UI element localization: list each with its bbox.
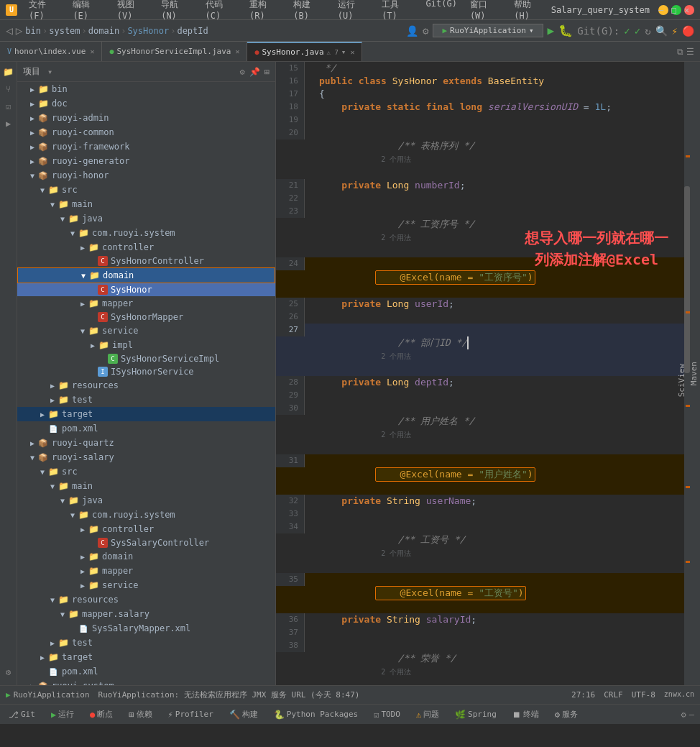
- tree-item-syssalarymapper-xml[interactable]: 📄 SysSalaryMapper.xml: [17, 621, 275, 636]
- tree-item-bin[interactable]: ▶ 📁 bin: [17, 82, 275, 96]
- settings-bottom-icon[interactable]: ⚙: [681, 710, 686, 720]
- tree-item-syshonormapper[interactable]: C SysHonorMapper: [17, 311, 275, 324]
- tool-python[interactable]: 🐍 Python Packages: [271, 708, 361, 721]
- menu-refactor[interactable]: 重构(R): [244, 0, 286, 22]
- tree-item-pom-honor[interactable]: 📄 pom.xml: [17, 421, 275, 436]
- tree-item-com-ruoyi-salary[interactable]: ▼ 📁 com.ruoyi.system: [17, 508, 275, 522]
- menu-build[interactable]: 构建(B): [287, 0, 330, 22]
- tree-item-src-salary[interactable]: ▼ 📁 src: [17, 464, 275, 479]
- tool-spring[interactable]: 🌿 Spring: [452, 708, 499, 721]
- tab-service-close[interactable]: ✕: [235, 47, 239, 55]
- tree-item-syssalarycontroller[interactable]: C SysSalaryController: [17, 536, 275, 549]
- tree-item-ruoyi-salary[interactable]: ▼ 📦 ruoyi-salary: [17, 450, 275, 464]
- code-content[interactable]: 15 */ 16 public class SysHonor extends B…: [276, 62, 690, 685]
- tool-todo[interactable]: ☑ TODO: [371, 708, 403, 721]
- tree-item-controller-honor[interactable]: ▶ 📁 controller: [17, 240, 275, 255]
- tree-item-ruoyi-admin[interactable]: ▶ 📦 ruoyi-admin: [17, 111, 275, 125]
- sidebar-dropdown-icon[interactable]: ▾: [47, 67, 52, 77]
- tab-menu-icon[interactable]: ☰: [686, 47, 694, 57]
- tree-item-ruoyi-quartz[interactable]: ▶ 📦 ruoyi-quartz: [17, 436, 275, 450]
- tree-item-ruoyi-generator[interactable]: ▶ 📦 ruoyi-generator: [17, 154, 275, 168]
- tree-item-target-salary[interactable]: ▶ 📁 target: [17, 650, 275, 664]
- tree-item-pom-salary[interactable]: 📄 pom.xml: [17, 664, 275, 679]
- tree-item-service-salary[interactable]: ▶ 📁 service: [17, 578, 275, 592]
- forward-button[interactable]: ▷: [16, 24, 23, 37]
- tree-item-src-honor[interactable]: ▼ 📁 src: [17, 183, 275, 197]
- menu-file[interactable]: 文件(F): [23, 0, 65, 22]
- tree-item-syshonorcontroller[interactable]: C SysHonorController: [17, 255, 275, 267]
- tool-terminal[interactable]: ⏹ 终端: [510, 707, 542, 721]
- run-icon-btn[interactable]: ▶: [1, 116, 16, 131]
- tab-options-icon[interactable]: ▾: [341, 47, 346, 57]
- tree-item-impl-honor[interactable]: ▶ 📁 impl: [17, 338, 275, 352]
- tool-git[interactable]: ⎇ Git: [6, 708, 38, 721]
- tree-item-controller-salary[interactable]: ▶ 📁 controller: [17, 522, 275, 536]
- tree-item-domain-salary[interactable]: ▶ 📁 domain: [17, 549, 275, 564]
- settings-icon[interactable]: ⚙: [423, 25, 428, 37]
- tree-item-resources-honor[interactable]: ▶ 📁 resources: [17, 378, 275, 393]
- tool-problems[interactable]: ⚠ 问题: [413, 707, 442, 721]
- tree-item-syshonor[interactable]: C SysHonor: [17, 283, 275, 296]
- tree-item-mapper-honor[interactable]: ▶ 📁 mapper: [17, 296, 275, 311]
- menu-help[interactable]: 帮助(H): [508, 0, 551, 22]
- tree-item-ruoyi-honor[interactable]: ▼ 📦 ruoyi-honor: [17, 168, 275, 183]
- tool-breakpoint[interactable]: ● 断点: [87, 707, 116, 721]
- user-icon[interactable]: 👤: [406, 25, 418, 37]
- debug-button[interactable]: 🐛: [558, 24, 573, 37]
- sidebar-gear-icon[interactable]: ⚙: [240, 67, 245, 77]
- tab-honor-index[interactable]: V honor\index.vue ✕: [0, 42, 102, 61]
- tree-item-doc[interactable]: ▶ 📁 doc: [17, 96, 275, 111]
- expand-bottom-icon[interactable]: —: [689, 710, 694, 720]
- back-button[interactable]: ◁: [6, 24, 13, 37]
- sidebar-expand-icon[interactable]: ⊞: [264, 67, 270, 77]
- tool-profiler[interactable]: ⚡ Profiler: [165, 708, 216, 721]
- tree-item-isyshonorservice[interactable]: I ISysHonorService: [17, 365, 275, 378]
- tree-item-main-salary[interactable]: ▼ 📁 main: [17, 479, 275, 493]
- commit-icon-btn[interactable]: ⑂: [1, 82, 16, 96]
- tab-syshonor-service-impl[interactable]: ● SysHonorServiceImpl.java ✕: [102, 42, 247, 61]
- breadcrumb-ruoyi[interactable]: bin: [25, 26, 41, 36]
- tree-item-syshonorserviceimpl[interactable]: C SysHonorServiceImpl: [17, 352, 275, 365]
- menu-edit[interactable]: 编辑(E): [67, 0, 109, 22]
- code-editor[interactable]: 15 */ 16 public class SysHonor extends B…: [276, 62, 690, 685]
- tree-item-resources-salary[interactable]: ▼ 📁 resources: [17, 592, 275, 607]
- tree-item-ruoyi-framework[interactable]: ▶ 📦 ruoyi-framework: [17, 139, 275, 154]
- menu-git[interactable]: Git(G): [420, 0, 463, 22]
- minimize-button[interactable]: —: [658, 5, 668, 15]
- tool-run[interactable]: ▶ 运行: [48, 707, 77, 721]
- tree-item-target-honor[interactable]: ▶ 📁 target: [17, 407, 275, 421]
- menu-code[interactable]: 代码(C): [200, 0, 242, 22]
- editor-scrollbar-thumb[interactable]: [684, 186, 690, 373]
- run-button[interactable]: ▶: [548, 24, 555, 37]
- menu-bar[interactable]: 文件(F) 编辑(E) 视图(V) 导航(N) 代码(C) 重构(R) 构建(B…: [23, 0, 551, 22]
- search-button[interactable]: 🔍: [655, 25, 668, 37]
- tree-item-ruoyi-system[interactable]: ▶ 📦 ruoyi-system: [17, 679, 275, 685]
- folder-icon-btn[interactable]: 📁: [1, 65, 16, 79]
- tree-item-test-honor[interactable]: ▶ 📁 test: [17, 393, 275, 407]
- notification-icon[interactable]: ⚡: [672, 25, 678, 37]
- tree-item-service-honor[interactable]: ▼ 📁 service: [17, 324, 275, 338]
- tree-item-ruoyi-common[interactable]: ▶ 📦 ruoyi-common: [17, 125, 275, 139]
- breadcrumb-domain[interactable]: domain: [88, 26, 119, 36]
- sciview-label[interactable]: SciView: [676, 358, 688, 403]
- menu-tools[interactable]: 工具(T): [376, 0, 418, 22]
- sidebar-pin-icon[interactable]: 📌: [249, 67, 260, 77]
- tab-active-close[interactable]: ✕: [350, 48, 354, 56]
- breadcrumb-syshonor[interactable]: SysHonor: [127, 26, 169, 36]
- close-button[interactable]: ✕: [684, 5, 694, 15]
- menu-view[interactable]: 视图(V): [111, 0, 154, 22]
- tree-item-java-honor[interactable]: ▼ 📁 java: [17, 211, 275, 226]
- error-icon[interactable]: 🔴: [682, 25, 694, 37]
- tree-item-mapper-salary-folder[interactable]: ▼ 📁 mapper.salary: [17, 607, 275, 621]
- git-icon[interactable]: Git(G):: [577, 25, 620, 37]
- tree-item-com-ruoyi[interactable]: ▼ 📁 com.ruoyi.system: [17, 226, 275, 240]
- menu-nav[interactable]: 导航(N): [155, 0, 198, 22]
- settings-sidebar-icon[interactable]: ⚙: [1, 665, 16, 679]
- tab-syshonor-active[interactable]: ● SysHonor.java ⚠ 7 ▾ ✕: [247, 42, 362, 61]
- breadcrumb-system[interactable]: system: [49, 26, 80, 36]
- tab-close-button[interactable]: ✕: [90, 47, 94, 55]
- tree-item-domain-honor[interactable]: ▼ 📁 domain: [17, 267, 275, 283]
- tool-build[interactable]: 🔨 构建: [226, 707, 261, 721]
- menu-window[interactable]: 窗口(W): [464, 0, 507, 22]
- refresh-button[interactable]: ↻: [645, 25, 650, 37]
